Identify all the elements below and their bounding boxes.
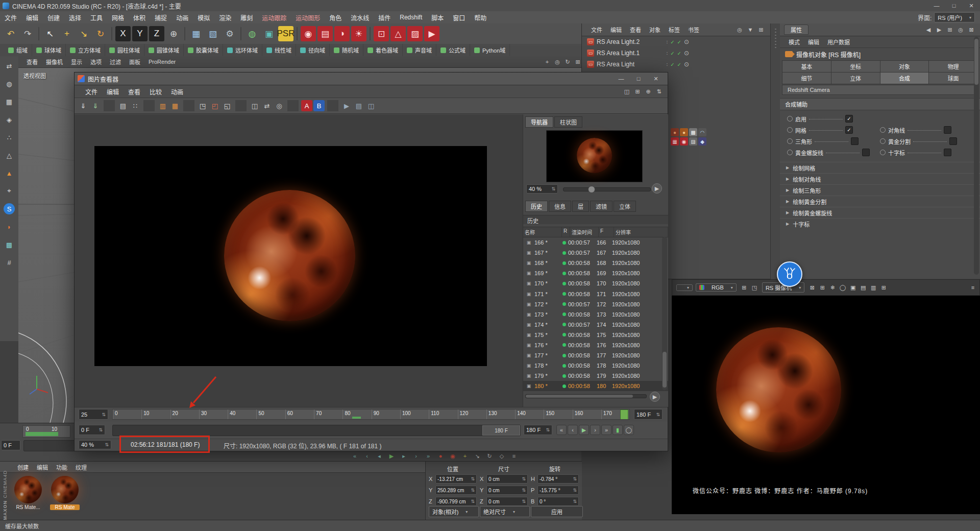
ab-compare-icon[interactable]: ◫ <box>249 100 260 111</box>
rs-area-light-icon[interactable]: ▤ <box>317 26 333 41</box>
history-column-header[interactable]: 分辨率 <box>614 227 668 237</box>
coordinate-field[interactable]: -900.799 cm⇅ <box>435 497 477 506</box>
coordinate-field[interactable]: -0.784 °⇅ <box>537 474 579 484</box>
save-icon[interactable]: ⇓ <box>78 100 89 111</box>
object-row[interactable]: ▭ RS Area Light ∶ ✓ ✓ ⊙ <box>582 59 689 70</box>
exposure-icon[interactable]: ▥ <box>157 100 168 111</box>
viewport-menu-item[interactable]: ProRender <box>144 59 180 65</box>
coordinate-field[interactable]: 250.289 cm⇅ <box>435 486 477 495</box>
prev-key-button[interactable]: ‹ <box>362 451 372 461</box>
pv-current-frame-field[interactable]: 180 F⇅ <box>524 425 552 435</box>
psr-icon[interactable]: PSR <box>278 26 293 41</box>
collapsible-section[interactable]: ▶ 绘制三角形 <box>780 184 980 196</box>
texture-mode-icon[interactable]: ▦ <box>4 96 15 107</box>
menu-item[interactable]: 窗口 <box>448 13 470 22</box>
region-circle-icon[interactable]: ◯ <box>838 283 847 292</box>
zoom-icon[interactable]: ◎ <box>274 100 285 111</box>
pv-nav-tab[interactable]: 柱状图 <box>554 116 582 128</box>
edges-mode-icon[interactable]: △ <box>4 150 15 161</box>
history-row[interactable]: ▣ 171 * 00:00:58 171 1920x1080 <box>523 288 668 299</box>
scroll-sync-icon[interactable]: ⇅ <box>654 87 664 96</box>
mode-menu-item[interactable]: 模式 <box>785 38 803 46</box>
paint-tool-icon[interactable]: ◗ <box>4 221 15 232</box>
pv-nav-tab[interactable]: 导航器 <box>525 116 553 128</box>
enabled-check[interactable]: ✓ <box>677 51 681 56</box>
rs-ipr-icon[interactable]: ▶ <box>424 26 439 41</box>
rs-volume-icon[interactable]: ▨ <box>407 26 423 41</box>
checkbox[interactable] <box>949 137 957 145</box>
material-item[interactable]: RS Mate <box>50 476 80 510</box>
prev-frame-button[interactable]: ◂ <box>375 451 384 461</box>
mograph-icon[interactable]: ▣ <box>261 26 277 41</box>
field-preset-button[interactable]: 公式域 <box>436 44 470 56</box>
pixel-grid-icon[interactable]: ⊞ <box>818 283 827 292</box>
pv-menu-item[interactable]: 文件 <box>81 87 102 96</box>
polygons-mode-icon[interactable]: ▲ <box>4 167 15 179</box>
checkbox[interactable] <box>944 126 951 134</box>
field-preset-button[interactable]: 随机域 <box>330 44 363 56</box>
history-row[interactable]: ▣ 177 * 00:00:58 177 1920x1080 <box>523 350 668 360</box>
pv-ram-cache-icon[interactable]: ▮ <box>612 425 623 435</box>
collapsible-section[interactable]: ▶ 绘制对角线 <box>780 173 980 184</box>
checkbox[interactable] <box>944 149 951 156</box>
history-row[interactable]: ▣ 175 * 00:00:58 175 1920x1080 <box>523 330 668 340</box>
rs-object-tag-icon[interactable]: ◉ <box>680 137 688 146</box>
expand-triangle-icon[interactable]: ▶ <box>786 222 789 226</box>
pv-menu-item[interactable]: 查看 <box>124 87 145 96</box>
menu-item[interactable]: 创建 <box>43 13 64 22</box>
field-preset-button[interactable]: 远环体域 <box>223 44 262 56</box>
enable-axis-icon[interactable]: ⌖ <box>4 185 15 197</box>
scale-tool-icon[interactable]: ↘ <box>76 26 91 41</box>
attribute-tab[interactable]: 坐标 <box>831 61 880 72</box>
size-mode-dropdown[interactable]: 绝对尺寸▾ <box>480 506 530 517</box>
checkbox[interactable] <box>851 137 859 145</box>
om-menu-item[interactable]: 标签 <box>665 26 684 34</box>
viewport-menu-item[interactable]: 显示 <box>67 58 86 66</box>
field-preset-button[interactable]: 立方体域 <box>66 44 105 56</box>
enabled-check[interactable]: ✓ <box>670 62 674 67</box>
z-axis-button[interactable]: Z <box>149 26 164 41</box>
material-tag-icon[interactable]: ● <box>680 128 688 136</box>
collapsible-section[interactable]: ▶ 绘制黄金分割 <box>780 196 980 207</box>
expand-triangle-icon[interactable]: ▶ <box>786 177 789 181</box>
history-row[interactable]: ▣ 169 * 00:00:58 169 1920x1080 <box>523 268 668 278</box>
coordinate-field[interactable]: 0 cm⇅ <box>486 497 528 506</box>
history-row[interactable]: ▣ 166 * 00:00:57 166 1920x1080 <box>523 237 668 248</box>
attribute-tab[interactable]: 细节 <box>782 73 831 84</box>
menu-item[interactable]: 脚本 <box>427 13 448 22</box>
history-row[interactable]: ▣ 180 * 00:00:58 180 1920x1080 <box>523 381 668 391</box>
model-mode-icon[interactable]: ◍ <box>4 78 15 89</box>
coord-system-button[interactable]: ⊕ <box>166 26 181 41</box>
solo-mode-icon[interactable]: S <box>4 203 15 214</box>
checkbox[interactable] <box>862 149 870 156</box>
pv-fps-field[interactable]: 25⇅ <box>79 409 108 420</box>
field-preset-button[interactable]: 声音域 <box>403 44 436 56</box>
ab-swap-icon[interactable]: ⇄ <box>261 100 273 111</box>
pv-menu-item[interactable]: 编辑 <box>102 87 124 96</box>
pv-zoom-menu-button[interactable]: ▶ <box>652 183 662 194</box>
material-item[interactable]: RS Mate... <box>13 476 43 510</box>
om-menu-item[interactable]: 对象 <box>645 26 665 34</box>
pv-navigator-thumbnail[interactable] <box>546 130 643 182</box>
version-a-icon[interactable]: A <box>301 100 312 111</box>
points-mode-icon[interactable]: ∴ <box>4 132 15 143</box>
dither-icon[interactable]: ⊞ <box>740 283 749 292</box>
object-row[interactable]: ▭ RS Area Light.2 ∶ ✓ ✓ ⊙ <box>582 36 689 47</box>
history-row[interactable]: ▣ 179 * 00:00:58 179 1920x1080 <box>523 371 668 381</box>
viewport-menu-item[interactable]: 过滤 <box>106 58 125 66</box>
current-frame-field[interactable]: 0 F <box>1 440 20 450</box>
history-row[interactable]: ▣ 168 * 00:00:58 168 1920x1080 <box>523 258 668 268</box>
attribute-tab[interactable]: 物理 <box>929 61 977 72</box>
crop-icon[interactable]: ◳ <box>750 283 759 292</box>
history-row[interactable]: ▣ 167 * 00:00:57 167 1920x1080 <box>523 248 668 258</box>
menu-item[interactable]: 文件 <box>0 13 21 22</box>
key-param-icon[interactable]: ◇ <box>497 451 506 461</box>
attribute-scrollbar[interactable] <box>974 37 979 275</box>
menu-item[interactable]: 雕刻 <box>236 13 257 22</box>
material-menu-item[interactable]: 功能 <box>52 463 71 471</box>
section-title[interactable]: 合成辅助 <box>780 98 980 110</box>
field-preset-button[interactable]: 着色器域 <box>363 44 403 56</box>
history-row[interactable]: ▣ 174 * 00:00:57 174 1920x1080 <box>523 320 668 330</box>
enabled-check[interactable]: ✓ <box>670 51 674 56</box>
history-row[interactable]: ▣ 176 * 00:00:58 176 1920x1080 <box>523 340 668 350</box>
